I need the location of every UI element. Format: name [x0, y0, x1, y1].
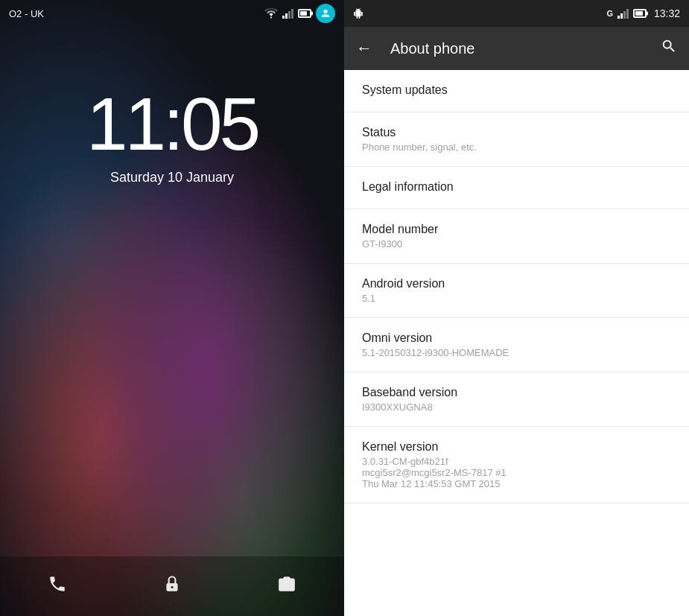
menu-item-kernel[interactable]: Kernel version 3.0.31-CM-gbf4b21f mcgi5s… [344, 427, 689, 504]
wifi-icon [264, 8, 278, 19]
about-status-right: G 13:32 [606, 7, 680, 19]
lock-status-icons [264, 4, 335, 23]
lock-time-area: 11:05 Saturday 10 January [0, 27, 344, 185]
battery-icon-right [633, 9, 647, 18]
menu-item-legal[interactable]: Legal information [344, 167, 689, 209]
menu-item-baseband[interactable]: Baseband version I9300XXUGNA8 [344, 372, 689, 427]
menu-item-title: Android version [362, 277, 671, 290]
lock-date: Saturday 10 January [0, 170, 344, 185]
menu-item-status[interactable]: Status Phone number, signal, etc. [344, 112, 689, 167]
menu-item-subtitle: GT-I9300 [362, 238, 671, 250]
menu-item-title: Baseband version [362, 386, 671, 399]
about-status-left-icons [353, 8, 363, 19]
network-type-badge: G [606, 9, 613, 18]
lock-screen: O2 - UK [0, 0, 344, 616]
menu-item-subtitle: 3.0.31-CM-gbf4b21f mcgi5sr2@mcgi5sr2-MS-… [362, 456, 671, 489]
lock-status-bar: O2 - UK [0, 0, 344, 27]
carrier-label: O2 - UK [9, 8, 44, 19]
menu-item-android-version[interactable]: Android version 5.1 [344, 264, 689, 318]
page-title: About phone [390, 40, 661, 57]
status-bar-time: 13:32 [654, 7, 680, 19]
search-button[interactable] [661, 38, 677, 59]
menu-item-title: System updates [362, 83, 671, 97]
user-avatar [316, 4, 335, 23]
menu-item-subtitle: 5.1-20150312-i9300-HOMEMADE [362, 347, 671, 358]
battery-icon [298, 9, 311, 18]
menu-item-model[interactable]: Model number GT-I9300 [344, 209, 689, 264]
svg-point-0 [323, 10, 327, 13]
menu-item-title: Legal information [362, 180, 671, 194]
about-toolbar: ← About phone [344, 27, 689, 70]
menu-item-omni-version[interactable]: Omni version 5.1-20150312-i9300-HOMEMADE [344, 318, 689, 372]
lock-time: 11:05 [0, 86, 344, 161]
menu-item-system-updates[interactable]: System updates [344, 70, 689, 112]
about-content: System updates Status Phone number, sign… [344, 70, 689, 616]
menu-item-title: Omni version [362, 331, 671, 345]
menu-item-subtitle: Phone number, signal, etc. [362, 142, 671, 153]
about-status-bar: G 13:32 [344, 0, 689, 27]
android-icon [353, 8, 363, 19]
menu-item-subtitle: 5.1 [362, 293, 671, 304]
camera-icon[interactable] [277, 574, 296, 598]
about-panel: G 13:32 ← About phone System updates St [344, 0, 689, 616]
menu-item-title: Kernel version [362, 440, 671, 454]
back-button[interactable]: ← [356, 39, 372, 58]
menu-item-title: Status [362, 126, 671, 139]
signal-icon-right [617, 8, 629, 19]
menu-item-subtitle: I9300XXUGNA8 [362, 401, 671, 413]
signal-icon [282, 8, 293, 19]
lock-bottom-bar [0, 556, 344, 616]
phone-icon[interactable] [48, 574, 67, 598]
lock-icon[interactable] [162, 574, 182, 598]
svg-point-2 [171, 586, 173, 588]
menu-item-title: Model number [362, 223, 671, 236]
